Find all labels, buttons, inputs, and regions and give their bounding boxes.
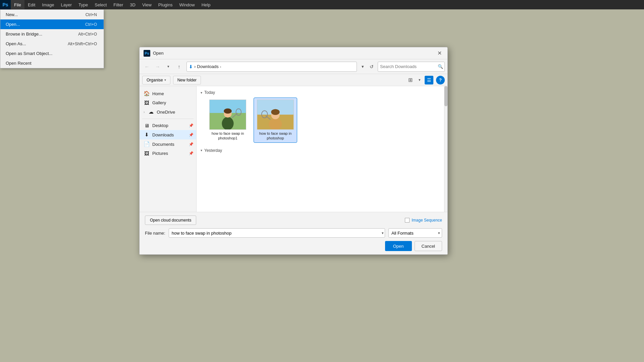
menu-item-recent[interactable]: Open Recent — [0, 58, 104, 68]
section-today-chevron-icon: ▾ — [201, 91, 202, 95]
sidebar-item-home-label: Home — [152, 91, 164, 96]
menu-view[interactable]: View — [139, 0, 155, 9]
sidebar-item-desktop[interactable]: 🖥 Desktop 📌 — [140, 121, 196, 130]
cancel-button[interactable]: Cancel — [415, 241, 442, 251]
sidebar-item-gallery[interactable]: 🖼 Gallery — [140, 98, 196, 107]
documents-pin-icon: 📌 — [189, 142, 194, 146]
desktop-pin-icon: 📌 — [189, 123, 194, 128]
sidebar-item-downloads-label: Downloads — [152, 132, 174, 137]
menu-type[interactable]: Type — [75, 0, 91, 9]
menu-image[interactable]: Image — [39, 0, 57, 9]
file-item-1[interactable]: how to face swap in photoshop1 — [206, 98, 250, 143]
view-dropdown-button[interactable]: ▾ — [415, 76, 424, 84]
section-yesterday[interactable]: ▾ Yesterday — [201, 147, 443, 156]
dialog-buttons: Open Cancel — [145, 241, 442, 251]
pictures-icon: 🖼 — [144, 150, 150, 156]
svg-point-4 — [224, 108, 231, 114]
thumbnail-svg-2 — [257, 100, 293, 129]
view-tiles-button[interactable]: ☰ — [425, 76, 433, 84]
nav-up-button[interactable]: ↑ — [174, 62, 184, 71]
sidebar-divider — [142, 119, 194, 119]
menu-item-open-shortcut: Ctrl+O — [85, 22, 97, 27]
sidebar-item-pictures[interactable]: 🖼 Pictures 📌 — [140, 149, 196, 158]
help-button[interactable]: ? — [436, 76, 445, 84]
organise-label: Organise — [147, 78, 163, 82]
file-thumbnail-2 — [257, 100, 294, 130]
open-cloud-label: Open cloud documents — [150, 218, 191, 223]
format-select-wrap: All Formats Photoshop JPEG PNG TIFF — [388, 228, 442, 238]
nav-dropdown-button[interactable]: ▾ — [164, 62, 173, 71]
thumbnail-svg-1 — [210, 100, 246, 129]
filename-input-wrap: ▾ — [169, 228, 385, 238]
menu-item-open[interactable]: Open... Ctrl+O — [0, 19, 104, 29]
menu-select[interactable]: Select — [91, 0, 110, 9]
address-bar: ⬇ › Downloads › — [186, 62, 357, 72]
menu-item-new-shortcut: Ctrl+N — [86, 12, 97, 17]
file-dropdown-menu: New... Ctrl+N Open... Ctrl+O Browse in B… — [0, 9, 104, 68]
files-grid-today: how to face swap in photoshop1 — [206, 98, 443, 147]
section-yesterday-chevron-icon: ▾ — [201, 148, 202, 152]
menu-filter[interactable]: Filter — [110, 0, 126, 9]
menu-help[interactable]: Help — [198, 0, 214, 9]
address-dropdown-button[interactable]: ▾ — [360, 62, 366, 71]
sidebar-item-documents[interactable]: 📄 Documents 📌 — [140, 139, 196, 149]
open-cloud-button[interactable]: Open cloud documents — [145, 216, 196, 225]
search-bar: 🔍 — [378, 62, 445, 72]
sidebar: 🏠 Home 🖼 Gallery › ☁ OneDrive 🖥 Desktop … — [140, 86, 197, 212]
sidebar-item-onedrive-label: OneDrive — [157, 110, 175, 115]
menu-file[interactable]: File — [11, 0, 24, 9]
refresh-button[interactable]: ↺ — [367, 62, 376, 71]
filename-row: File name: ▾ All Formats Photoshop JPEG … — [145, 228, 442, 238]
section-today-label: Today — [204, 90, 215, 95]
new-folder-button[interactable]: New folder — [173, 76, 201, 84]
documents-icon: 📄 — [144, 141, 150, 147]
search-icon: 🔍 — [438, 64, 443, 69]
menu-item-new[interactable]: New... Ctrl+N — [0, 10, 104, 19]
dialog-actions-row: Organise ▾ New folder ⊞ ▾ ☰ ? — [140, 74, 447, 86]
menubar-items: File Edit Image Layer Type Select Filter… — [11, 0, 214, 9]
scrollbar[interactable] — [444, 86, 447, 212]
sidebar-item-downloads[interactable]: ⬇ Downloads 📌 — [140, 130, 196, 139]
menu-item-smart-object[interactable]: Open as Smart Object... — [0, 49, 104, 58]
dialog-title: Open — [153, 51, 435, 56]
image-sequence-check: Image Sequence — [405, 218, 442, 223]
file-area: ▾ Today — [197, 86, 447, 212]
nav-back-button[interactable]: ← — [142, 62, 152, 71]
dialog-close-button[interactable]: ✕ — [435, 49, 443, 57]
sidebar-item-desktop-label: Desktop — [152, 123, 168, 128]
open-button-label: Open — [393, 244, 404, 249]
view-grid-button[interactable]: ⊞ — [406, 76, 415, 84]
menu-edit[interactable]: Edit — [24, 0, 39, 9]
menu-item-bridge[interactable]: Browse in Bridge... Alt+Ctrl+O — [0, 29, 104, 39]
menu-item-open-as-label: Open As... — [6, 41, 26, 46]
format-select[interactable]: All Formats Photoshop JPEG PNG TIFF — [388, 228, 442, 238]
file-item-2[interactable]: how to face swap in photoshop — [254, 98, 297, 143]
file-thumbnail-1 — [209, 100, 246, 130]
nav-forward-button[interactable]: → — [153, 62, 162, 71]
menu-item-new-label: New... — [6, 12, 18, 17]
filename-input[interactable] — [169, 228, 385, 238]
path-downloads: Downloads — [197, 64, 218, 69]
section-today[interactable]: ▾ Today — [201, 89, 443, 98]
menu-layer[interactable]: Layer — [58, 0, 75, 9]
path-end-chevron: › — [220, 65, 221, 69]
menu-plugins[interactable]: Plugins — [155, 0, 176, 9]
downloads-pin-icon: 📌 — [189, 133, 194, 137]
menu-item-open-label: Open... — [6, 22, 20, 27]
menu-window[interactable]: Window — [176, 0, 198, 9]
dialog-ps-icon: Ps — [144, 50, 150, 57]
home-icon: 🏠 — [144, 90, 150, 97]
menu-3d[interactable]: 3D — [126, 0, 139, 9]
sidebar-item-home[interactable]: 🏠 Home — [140, 89, 196, 98]
menu-item-bridge-label: Browse in Bridge... — [6, 32, 42, 37]
search-input[interactable] — [380, 64, 436, 69]
menu-item-open-as[interactable]: Open As... Alt+Shift+Ctrl+O — [0, 39, 104, 49]
sidebar-item-gallery-label: Gallery — [152, 100, 166, 105]
path-separator: › — [194, 64, 196, 69]
open-button[interactable]: Open — [385, 241, 412, 251]
sidebar-item-onedrive[interactable]: › ☁ OneDrive — [140, 107, 196, 117]
image-sequence-checkbox[interactable] — [405, 218, 410, 223]
menu-item-smart-object-label: Open as Smart Object... — [6, 51, 52, 56]
cloud-row: Open cloud documents Image Sequence — [145, 216, 442, 225]
organise-button[interactable]: Organise ▾ — [142, 76, 170, 84]
